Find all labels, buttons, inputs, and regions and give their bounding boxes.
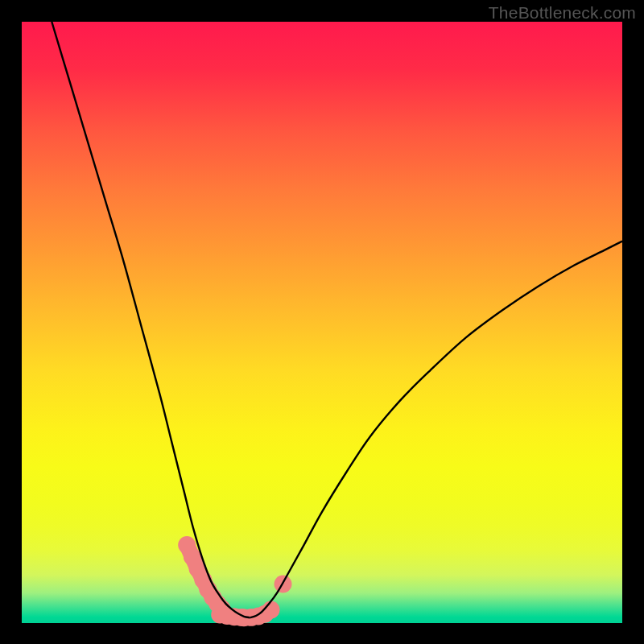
watermark-text: TheBottleneck.com bbox=[489, 3, 636, 23]
right-curve-path bbox=[250, 242, 622, 618]
chart-svg bbox=[22, 22, 622, 623]
left-curve-path bbox=[52, 22, 250, 617]
lumps-group bbox=[178, 536, 291, 626]
outer-frame: TheBottleneck.com bbox=[0, 0, 644, 644]
